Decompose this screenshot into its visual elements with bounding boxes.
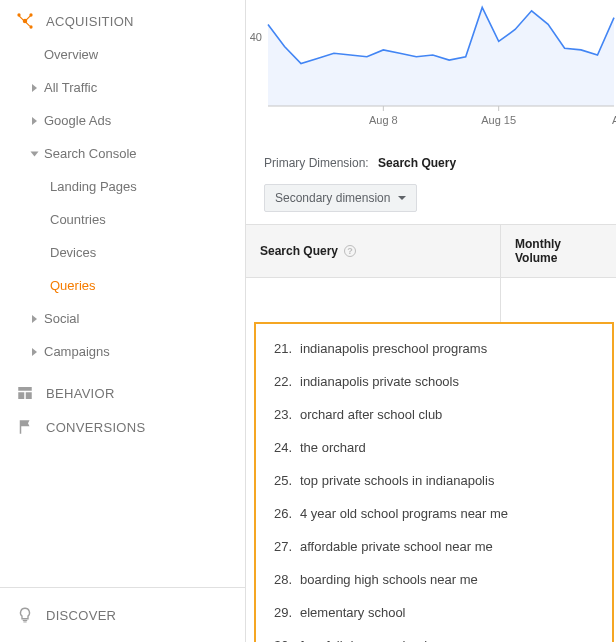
sidebar-section-label: CONVERSIONS [46, 420, 145, 435]
sidebar-section-label: ACQUISITION [46, 14, 134, 29]
search-query-text: indianapolis preschool programs [300, 341, 606, 356]
search-query-text: affordable private school near me [300, 539, 606, 554]
row-number: 26. [266, 506, 300, 521]
svg-rect-11 [23, 621, 26, 622]
secondary-dimension-dropdown[interactable]: Secondary dimension [264, 184, 417, 212]
chevron-down-icon [398, 196, 406, 200]
table-row[interactable]: 23.orchard after school club [256, 398, 612, 431]
primary-dimension-value[interactable]: Search Query [378, 156, 456, 170]
search-query-text: orchard after school club [300, 407, 606, 422]
primary-dimension-row: Primary Dimension: Search Query [246, 132, 616, 180]
column-header-label: Monthly Volume [515, 237, 602, 265]
svg-rect-5 [25, 15, 31, 21]
svg-rect-10 [23, 620, 28, 621]
table-row[interactable]: 21.indianapolis preschool programs [256, 332, 612, 365]
svg-rect-7 [18, 387, 32, 391]
row-number: 30. [266, 638, 300, 642]
svg-rect-6 [25, 21, 31, 27]
sidebar-item-label: Queries [50, 278, 96, 293]
results-highlight-box: 21.indianapolis preschool programs22.ind… [254, 322, 614, 642]
sidebar-item-google-ads[interactable]: Google Ads [0, 104, 245, 137]
sidebar-item-label: Google Ads [44, 113, 111, 128]
search-query-text: indianapolis private schools [300, 374, 606, 389]
svg-rect-9 [26, 392, 32, 399]
flag-icon [14, 418, 36, 436]
row-number: 21. [266, 341, 300, 356]
search-query-text: elementary school [300, 605, 606, 620]
chevron-right-icon [24, 348, 44, 356]
sidebar-item-label: Search Console [44, 146, 137, 161]
sidebar-item-label: Countries [50, 212, 106, 227]
main-content: 40Aug 8Aug 15A Primary Dimension: Search… [246, 0, 616, 642]
sidebar-item-campaigns[interactable]: Campaigns [0, 335, 245, 368]
svg-rect-4 [19, 16, 25, 22]
table-row[interactable]: 25.top private schools in indianapolis [256, 464, 612, 497]
help-icon[interactable]: ? [344, 245, 356, 257]
svg-text:Aug 15: Aug 15 [481, 114, 516, 126]
table-header: Search Query ? Monthly Volume [246, 224, 616, 278]
table-row[interactable]: 28.boarding high schools near me [256, 563, 612, 596]
row-number: 27. [266, 539, 300, 554]
sidebar-item-all-traffic[interactable]: All Traffic [0, 71, 245, 104]
sidebar-item-landing-pages[interactable]: Landing Pages [0, 170, 245, 203]
sidebar-section-label: BEHAVIOR [46, 386, 115, 401]
table-row[interactable]: 22.indianapolis private schools [256, 365, 612, 398]
table-row[interactable]: 29.elementary school [256, 596, 612, 629]
search-query-text: 4 year old school programs near me [300, 506, 606, 521]
sidebar-item-label: Landing Pages [50, 179, 137, 194]
row-number: 25. [266, 473, 300, 488]
search-query-text: the orchard [300, 440, 606, 455]
acquisition-icon [14, 12, 36, 30]
svg-text:40: 40 [250, 31, 262, 43]
sidebar-discover[interactable]: DISCOVER [0, 587, 245, 642]
search-query-text: boarding high schools near me [300, 572, 606, 587]
column-header-monthly-volume[interactable]: Monthly Volume [500, 225, 616, 277]
table-row[interactable]: 24.the orchard [256, 431, 612, 464]
chevron-right-icon [24, 315, 44, 323]
row-number: 24. [266, 440, 300, 455]
sidebar-item-label: Overview [44, 47, 98, 62]
sidebar-section-behavior[interactable]: BEHAVIOR [0, 376, 245, 410]
chevron-down-icon [24, 150, 44, 158]
row-number: 28. [266, 572, 300, 587]
svg-rect-8 [18, 392, 24, 399]
sidebar-item-label: All Traffic [44, 80, 97, 95]
row-number: 29. [266, 605, 300, 620]
primary-dimension-label: Primary Dimension: [264, 156, 369, 170]
column-header-label: Search Query [260, 244, 338, 258]
secondary-dimension-label: Secondary dimension [275, 191, 390, 205]
report-chart[interactable]: 40Aug 8Aug 15A [246, 0, 616, 132]
sidebar-discover-label: DISCOVER [46, 608, 116, 623]
table-row[interactable]: 30.free full day preschool near me [256, 629, 612, 642]
chevron-right-icon [24, 84, 44, 92]
lightbulb-icon [14, 606, 36, 624]
sidebar-item-devices[interactable]: Devices [0, 236, 245, 269]
table-row[interactable]: 27.affordable private school near me [256, 530, 612, 563]
sidebar-item-countries[interactable]: Countries [0, 203, 245, 236]
svg-text:A: A [612, 114, 616, 126]
row-number: 23. [266, 407, 300, 422]
sidebar-item-queries[interactable]: Queries [0, 269, 245, 302]
row-number: 22. [266, 374, 300, 389]
sidebar-item-social[interactable]: Social [0, 302, 245, 335]
svg-text:Aug 8: Aug 8 [369, 114, 398, 126]
sidebar-item-search-console[interactable]: Search Console [0, 137, 245, 170]
sidebar-item-label: Social [44, 311, 79, 326]
sidebar-item-overview[interactable]: Overview [0, 38, 245, 71]
behavior-icon [14, 384, 36, 402]
table-summary-row [246, 278, 616, 322]
sidebar-section-acquisition[interactable]: ACQUISITION [0, 4, 245, 38]
sidebar: ACQUISITION Overview All Traffic Google … [0, 0, 246, 642]
sidebar-item-label: Campaigns [44, 344, 110, 359]
chevron-right-icon [24, 117, 44, 125]
sidebar-item-label: Devices [50, 245, 96, 260]
search-query-text: top private schools in indianapolis [300, 473, 606, 488]
sidebar-section-conversions[interactable]: CONVERSIONS [0, 410, 245, 444]
table-row[interactable]: 26.4 year old school programs near me [256, 497, 612, 530]
search-query-text: free full day preschool near me [300, 638, 606, 642]
column-header-search-query[interactable]: Search Query ? [246, 225, 500, 277]
